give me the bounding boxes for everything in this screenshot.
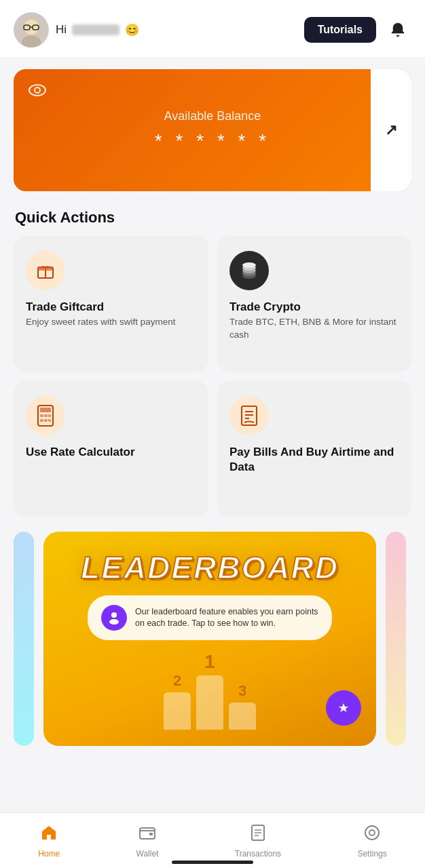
- balance-label: Available Balance: [155, 109, 270, 123]
- calculator-icon: [36, 405, 55, 427]
- crypto-icon-circle: [229, 251, 269, 290]
- greeting-text: Hi 😊: [56, 23, 139, 37]
- podium-2nd: 2: [164, 672, 191, 730]
- svg-rect-20: [48, 414, 51, 417]
- main-content: Quick Actions Trade Giftcard Enjoy sweet…: [0, 191, 425, 827]
- giftcard-icon-circle: [26, 251, 65, 290]
- balance-center: Available Balance * * * * * *: [155, 109, 270, 152]
- leaderboard-section: LEADERBOARD Our leaderboard feature enab…: [0, 517, 425, 746]
- crypto-desc: Trade BTC, ETH, BNB & More for instant c…: [229, 316, 399, 342]
- leaderboard-bubble: Our leaderboard feature enables you earn…: [88, 595, 332, 640]
- nav-home[interactable]: Home: [27, 821, 71, 861]
- svg-rect-23: [48, 419, 51, 422]
- bills-icon: [240, 405, 259, 427]
- calculator-title: Use Rate Calculator: [26, 445, 196, 460]
- greeting-hi: Hi: [56, 23, 67, 37]
- svg-point-37: [369, 830, 375, 835]
- wallet-icon: [138, 824, 156, 846]
- side-card-left: [14, 532, 34, 746]
- svg-rect-18: [40, 414, 43, 417]
- header-left: Hi 😊: [14, 12, 139, 47]
- podium-bar-2: [164, 692, 191, 730]
- svg-rect-10: [38, 267, 53, 271]
- podium-rank-1: 1: [204, 651, 215, 673]
- leaderboard-desc: Our leaderboard feature enables you earn…: [135, 606, 318, 630]
- podium-rank-3: 3: [238, 682, 246, 700]
- calculator-icon-circle: [26, 396, 65, 435]
- leaderboard-scroll: LEADERBOARD Our leaderboard feature enab…: [0, 532, 425, 746]
- svg-point-28: [111, 612, 117, 618]
- nav-transactions[interactable]: Transactions: [224, 821, 292, 861]
- crypto-icon: [239, 261, 259, 280]
- podium-bar-1: [196, 675, 223, 730]
- crypto-card-text: Trade Crypto Trade BTC, ETH, BNB & More …: [229, 300, 399, 342]
- eye-icon[interactable]: [29, 83, 46, 100]
- nav-transactions-label: Transactions: [235, 849, 281, 859]
- podium-bar-3: [229, 703, 256, 730]
- svg-rect-22: [44, 419, 48, 422]
- crypto-title: Trade Crypto: [229, 300, 399, 315]
- balance-expand-button[interactable]: ↗: [371, 69, 411, 191]
- nav-wallet[interactable]: Wallet: [126, 821, 170, 861]
- balance-card: Available Balance * * * * * * ↗: [14, 69, 411, 191]
- svg-point-38: [365, 826, 379, 840]
- rate-calculator-card[interactable]: Use Rate Calculator: [14, 381, 208, 517]
- calculator-card-text: Use Rate Calculator: [26, 445, 196, 460]
- notification-button[interactable]: [384, 16, 411, 43]
- leaderboard-card[interactable]: LEADERBOARD Our leaderboard feature enab…: [43, 532, 376, 746]
- tutorials-button[interactable]: Tutorials: [304, 17, 376, 43]
- home-indicator: [172, 861, 253, 864]
- nav-settings[interactable]: Settings: [346, 821, 397, 861]
- svg-rect-17: [40, 408, 51, 412]
- greeting-emoji: 😊: [125, 23, 139, 37]
- trade-giftcard-card[interactable]: Trade Giftcard Enjoy sweet rates with sw…: [14, 236, 208, 372]
- nav-wallet-label: Wallet: [136, 849, 159, 859]
- arrow-icon: ↗: [385, 121, 397, 139]
- svg-rect-21: [40, 419, 43, 422]
- giftcard-icon: [35, 260, 56, 281]
- side-card-right: [386, 532, 406, 746]
- leaderboard-person-icon: [101, 605, 127, 631]
- svg-rect-32: [149, 833, 153, 835]
- leaderboard-star-icon: [326, 690, 361, 726]
- home-icon: [40, 824, 58, 846]
- leaderboard-podium: 2 1 3: [62, 651, 357, 732]
- svg-rect-19: [44, 414, 48, 417]
- transactions-icon: [249, 824, 267, 846]
- bills-title: Pay Bills And Buy Airtime and Data: [229, 445, 399, 475]
- giftcard-title: Trade Giftcard: [26, 300, 196, 315]
- svg-point-29: [109, 619, 119, 625]
- bell-icon: [389, 21, 407, 39]
- svg-point-6: [29, 85, 45, 96]
- quick-actions-grid: Trade Giftcard Enjoy sweet rates with sw…: [0, 236, 425, 517]
- settings-icon: [363, 824, 381, 846]
- bills-card-text: Pay Bills And Buy Airtime and Data: [229, 445, 399, 475]
- trade-crypto-card[interactable]: Trade Crypto Trade BTC, ETH, BNB & More …: [217, 236, 411, 372]
- podium-1st: 1: [196, 651, 223, 730]
- greeting-name-blur: [72, 24, 119, 35]
- podium-rank-2: 2: [173, 672, 181, 690]
- nav-settings-label: Settings: [357, 849, 386, 859]
- giftcard-desc: Enjoy sweet rates with swift payment: [26, 316, 196, 329]
- pay-bills-card[interactable]: Pay Bills And Buy Airtime and Data: [217, 381, 411, 517]
- svg-point-7: [35, 87, 40, 93]
- podium-3rd: 3: [229, 682, 256, 730]
- header-right: Tutorials: [304, 16, 411, 43]
- svg-point-15: [242, 262, 256, 268]
- nav-home-label: Home: [38, 849, 60, 859]
- balance-hidden-value: * * * * * *: [155, 130, 270, 152]
- giftcard-card-text: Trade Giftcard Enjoy sweet rates with sw…: [26, 300, 196, 329]
- bottom-nav: Home Wallet Transactions: [0, 812, 425, 868]
- quick-actions-title: Quick Actions: [0, 191, 425, 236]
- leaderboard-title: LEADERBOARD: [62, 552, 357, 583]
- avatar[interactable]: [14, 12, 49, 47]
- header: Hi 😊 Tutorials: [0, 0, 425, 57]
- bills-icon-circle: [229, 396, 269, 435]
